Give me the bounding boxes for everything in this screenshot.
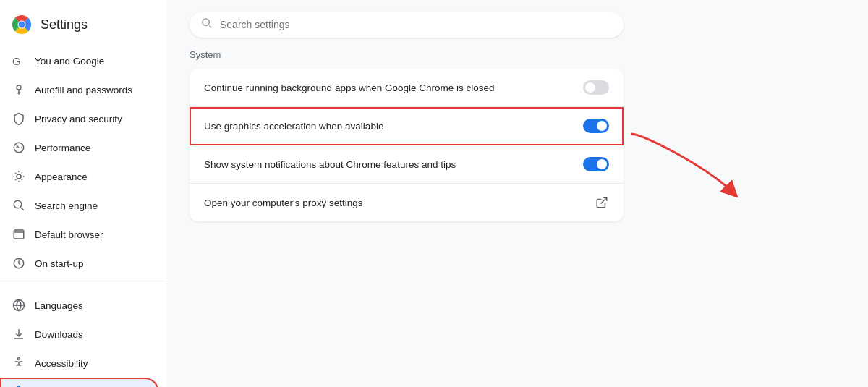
downloads-icon bbox=[12, 327, 26, 341]
search-icon bbox=[201, 17, 213, 32]
sidebar-label-default-browser: Default browser bbox=[35, 229, 103, 240]
background-apps-slider bbox=[583, 80, 609, 95]
setting-row-graphics: Use graphics acceleration when available bbox=[190, 107, 624, 145]
sidebar-label-you-and-google: You and Google bbox=[35, 56, 104, 67]
sidebar-item-autofill[interactable]: Autofill and passwords bbox=[0, 75, 159, 104]
red-arrow-annotation bbox=[624, 127, 739, 199]
sidebar-item-performance[interactable]: Performance bbox=[0, 133, 159, 162]
search-bar-container bbox=[166, 0, 868, 49]
graphics-toggle[interactable] bbox=[583, 119, 609, 133]
search-bar bbox=[190, 12, 624, 38]
svg-text:G: G bbox=[12, 55, 21, 67]
google-icon: G bbox=[12, 54, 26, 68]
settings-title: Settings bbox=[41, 17, 88, 33]
sidebar-label-autofill: Autofill and passwords bbox=[35, 85, 132, 95]
sidebar-item-appearance[interactable]: Appearance bbox=[0, 162, 159, 191]
sidebar-item-privacy[interactable]: Privacy and security bbox=[0, 104, 159, 133]
content-area: System Continue running background apps … bbox=[166, 49, 868, 387]
sidebar-label-performance: Performance bbox=[35, 143, 90, 153]
background-apps-label: Continue running background apps when Go… bbox=[204, 82, 495, 93]
sidebar-label-accessibility: Accessibility bbox=[35, 358, 88, 369]
sidebar-item-languages[interactable]: Languages bbox=[0, 291, 159, 320]
sidebar-item-you-and-google[interactable]: G You and Google bbox=[0, 46, 159, 75]
svg-rect-8 bbox=[14, 230, 24, 239]
sidebar-header: Settings bbox=[0, 7, 166, 46]
sidebar-item-search-engine[interactable]: Search engine bbox=[0, 191, 159, 220]
svg-point-10 bbox=[18, 358, 20, 360]
sidebar-label-appearance: Appearance bbox=[35, 171, 88, 182]
sidebar-label-privacy: Privacy and security bbox=[35, 114, 122, 124]
sidebar-label-on-startup: On start-up bbox=[35, 258, 84, 269]
svg-point-12 bbox=[203, 19, 209, 25]
svg-line-13 bbox=[601, 197, 607, 203]
setting-row-background-apps: Continue running background apps when Go… bbox=[190, 69, 624, 107]
chrome-logo-icon bbox=[12, 14, 32, 35]
svg-point-6 bbox=[17, 174, 21, 179]
annotation-container: Continue running background apps when Go… bbox=[190, 69, 624, 221]
sidebar: Settings G You and Google Autofill and p… bbox=[0, 0, 166, 387]
autofill-icon bbox=[12, 82, 26, 97]
sidebar-label-languages: Languages bbox=[35, 300, 83, 311]
settings-card: Continue running background apps when Go… bbox=[190, 69, 624, 221]
graphics-label: Use graphics acceleration when available bbox=[204, 121, 383, 132]
search-engine-icon bbox=[12, 198, 26, 213]
sidebar-label-downloads: Downloads bbox=[35, 329, 83, 340]
default-browser-icon bbox=[12, 227, 26, 242]
external-link-icon bbox=[595, 195, 609, 210]
svg-point-4 bbox=[17, 85, 21, 90]
sidebar-label-search-engine: Search engine bbox=[35, 200, 98, 211]
accessibility-icon bbox=[12, 356, 26, 370]
sidebar-item-on-startup[interactable]: On start-up bbox=[0, 249, 159, 278]
section-title: System bbox=[190, 49, 845, 60]
on-startup-icon bbox=[12, 256, 26, 271]
svg-point-7 bbox=[14, 200, 22, 208]
notifications-slider bbox=[583, 157, 609, 171]
notifications-toggle[interactable] bbox=[583, 157, 609, 171]
performance-icon bbox=[12, 140, 26, 155]
svg-point-2 bbox=[19, 22, 25, 28]
sidebar-item-accessibility[interactable]: Accessibility bbox=[0, 349, 159, 378]
privacy-icon bbox=[12, 111, 26, 126]
graphics-slider bbox=[583, 119, 609, 133]
sidebar-item-system[interactable]: System bbox=[0, 378, 159, 387]
main-content: System Continue running background apps … bbox=[166, 0, 868, 387]
proxy-label: Open your computer's proxy settings bbox=[204, 197, 362, 208]
languages-icon bbox=[12, 298, 26, 312]
setting-row-proxy[interactable]: Open your computer's proxy settings bbox=[190, 184, 624, 221]
background-apps-toggle[interactable] bbox=[583, 80, 609, 95]
notifications-label: Show system notifications about Chrome f… bbox=[204, 159, 456, 170]
search-input[interactable] bbox=[220, 19, 612, 30]
appearance-icon bbox=[12, 169, 26, 184]
sidebar-item-default-browser[interactable]: Default browser bbox=[0, 220, 159, 249]
sidebar-nav: G You and Google Autofill and passwords … bbox=[0, 46, 166, 387]
sidebar-item-downloads[interactable]: Downloads bbox=[0, 320, 159, 349]
setting-row-notifications: Show system notifications about Chrome f… bbox=[190, 145, 624, 184]
